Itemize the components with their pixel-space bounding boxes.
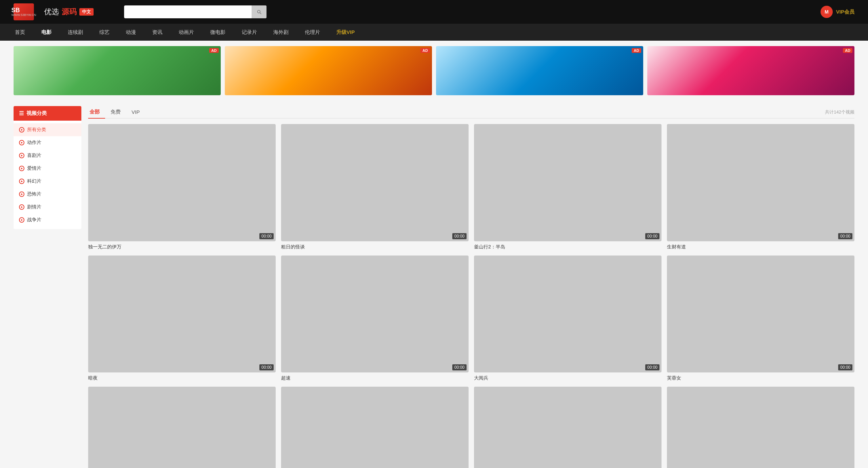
vip-avatar[interactable]: M [821,6,833,18]
comedy-icon [19,153,24,158]
video-duration-6: 00:00 [645,364,659,370]
search-button[interactable] [252,5,267,18]
video-card-6[interactable]: 00:00 大阅兵 [474,256,662,382]
video-title-3: 生财有道 [667,244,854,250]
nav-item-home[interactable]: 首页 [14,24,26,41]
sidebar-item-comedy[interactable]: 喜剧片 [14,149,81,162]
sidebar-item-drama[interactable]: 剧情片 [14,201,81,213]
sidebar-item-scifi[interactable]: 科幻片 [14,175,81,188]
video-card-11[interactable] [667,387,854,468]
scifi-label: 科幻片 [27,178,41,184]
sidebar-item-war[interactable]: 战争片 [14,213,81,226]
sidebar-item-romance[interactable]: 爱情片 [14,162,81,175]
banner-item-4[interactable]: AD [647,46,854,95]
action-icon [19,140,24,145]
drama-icon [19,204,24,210]
search-icon [256,9,262,15]
video-card-2[interactable]: 00:00 釜山行2：半岛 [474,124,662,250]
video-card-7[interactable]: 00:00 芙蓉女 [667,256,854,382]
romance-icon [19,166,24,171]
video-thumb-3: 00:00 [667,124,854,241]
tab-vip[interactable]: VIP [126,106,145,118]
video-card-1[interactable]: 00:00 粗日的怪谈 [281,124,469,250]
video-thumb-11 [667,387,854,468]
banner-item-1[interactable]: AD [14,46,221,95]
ad-badge-2: AD [420,48,430,53]
video-title-0: 独一无二的伊万 [88,244,276,250]
vip-label[interactable]: VIP会员 [836,9,854,15]
video-duration-7: 00:00 [838,364,852,370]
drama-label: 剧情片 [27,204,41,210]
video-card-10[interactable] [474,387,662,468]
video-card-5[interactable]: 00:00 超速 [281,256,469,382]
sidebar-item-action[interactable]: 动作片 [14,136,81,149]
sidebar-header: ☰ 视频分类 [14,106,81,121]
nav-bar: 首页 电影 连续剧 综艺 动漫 资讯 动画片 微电影 记录片 海外剧 伦理片 升… [0,24,868,41]
video-thumb-6: 00:00 [474,256,662,373]
nav-item-overseas[interactable]: 海外剧 [272,24,290,41]
nav-item-news[interactable]: 资讯 [151,24,164,41]
video-thumb-7: 00:00 [667,256,854,373]
sidebar-categories: 所有分类 动作片 喜剧片 爱情片 科幻片 恐怖片 [14,121,81,229]
video-card-8[interactable] [88,387,276,468]
ad-badge-4: AD [843,48,852,53]
nav-item-documentary[interactable]: 记录片 [240,24,258,41]
video-card-4[interactable]: 00:00 暗夜 [88,256,276,382]
video-duration-4: 00:00 [259,364,274,370]
all-category-icon [19,127,24,133]
search-box [124,5,267,18]
horror-label: 恐怖片 [27,191,41,197]
video-thumb-4: 00:00 [88,256,276,373]
video-title-2: 釜山行2：半岛 [474,244,662,250]
logo-box: SB WWW.53BYW.CN [14,3,34,20]
war-icon [19,217,24,223]
video-count: 共计142个视频 [825,109,854,115]
nav-item-adult[interactable]: 伦理片 [303,24,321,41]
video-title-4: 暗夜 [88,375,276,381]
nav-item-anime[interactable]: 动漫 [124,24,137,41]
lang-badge[interactable]: 中文 [79,8,94,16]
banner-item-3[interactable]: AD [436,46,643,95]
video-thumb-0: 00:00 [88,124,276,241]
video-duration-2: 00:00 [645,233,659,239]
header: SB WWW.53BYW.CN 优选源码 中文 M VIP会员 [0,0,868,24]
ad-badge-3: AD [632,48,641,53]
video-thumb-8 [88,387,276,468]
content-tabs: 全部 免费 VIP 共计142个视频 [88,106,854,119]
tab-free[interactable]: 免费 [105,106,126,119]
nav-item-series[interactable]: 连续剧 [66,24,84,41]
banner-item-2[interactable]: AD [225,46,432,95]
tab-all[interactable]: 全部 [88,106,105,119]
video-title-5: 超速 [281,375,469,381]
nav-item-movie[interactable]: 电影 [40,24,53,41]
video-title-6: 大阅兵 [474,375,662,381]
horror-icon [19,191,24,197]
content-area: 全部 免费 VIP 共计142个视频 00:00 独一无二的伊万 00:00 粗… [88,101,854,468]
ad-badge-1: AD [209,48,219,53]
nav-item-upgrade-vip[interactable]: 升级VIP [335,24,356,41]
video-card-0[interactable]: 00:00 独一无二的伊万 [88,124,276,250]
video-duration-5: 00:00 [452,364,467,370]
comedy-label: 喜剧片 [27,152,41,159]
video-grid: 00:00 独一无二的伊万 00:00 粗日的怪谈 00:00 釜山行2：半岛 … [88,124,854,468]
search-area [124,5,267,18]
search-input[interactable] [124,9,252,15]
site-title: 优选源码 中文 [44,7,94,17]
sidebar-item-horror[interactable]: 恐怖片 [14,188,81,201]
sidebar-item-all[interactable]: 所有分类 [14,123,81,136]
main-content: ☰ 视频分类 所有分类 动作片 喜剧片 爱情片 科幻片 [0,101,868,468]
video-thumb-2: 00:00 [474,124,662,241]
vip-area: M VIP会员 [821,6,854,18]
video-thumb-1: 00:00 [281,124,469,241]
sidebar: ☰ 视频分类 所有分类 动作片 喜剧片 爱情片 科幻片 [14,101,81,468]
site-title-accent: 源码 [62,7,77,17]
video-card-3[interactable]: 00:00 生财有道 [667,124,854,250]
video-card-9[interactable] [281,387,469,468]
video-duration-0: 00:00 [259,233,274,239]
nav-item-animation[interactable]: 动画片 [177,24,195,41]
video-title-7: 芙蓉女 [667,375,854,381]
nav-item-short-film[interactable]: 微电影 [209,24,227,41]
video-thumb-5: 00:00 [281,256,469,373]
nav-item-variety[interactable]: 综艺 [98,24,111,41]
banner-section: AD AD AD AD [0,41,868,101]
